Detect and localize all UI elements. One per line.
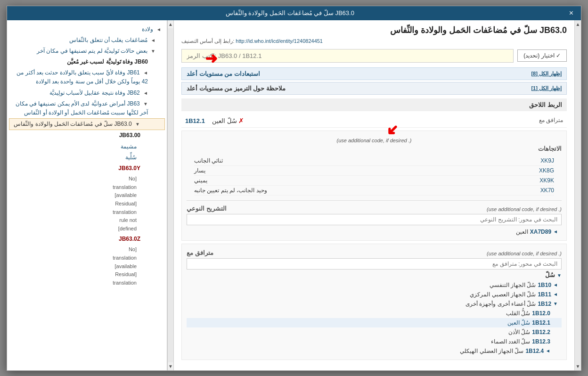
topography-search-input[interactable] [187, 214, 562, 225]
arrow-icon: ▼ [151, 49, 155, 54]
scroll-down-right[interactable]: ▼ [574, 362, 581, 370]
linked-item-right: ✗ سُلّ العين 1B12.1 [185, 117, 246, 124]
sidebar-item-jb63[interactable]: ▼ JB63 أمراض عدوانيَّة لدى الأم يمكن تصن… [9, 98, 165, 118]
sidebar-item-complications[interactable]: ◄ مُضاعَفات يغلب أن تتعلق بالنِّفاس [9, 35, 165, 46]
topography-label: التشريح النوعي [187, 205, 227, 212]
arrow-icon: ◄ [553, 282, 558, 287]
sidebar-item-jb62[interactable]: ◄ JB62 وفاة نتيجة عقابيل لأسباب تولِيديَ… [9, 88, 165, 98]
sidebar-item-jb630y-text: [Notranslationavailable][Residualtransla… [9, 174, 165, 234]
sidebar-item-label: JB63.0 سلّ في مُضاعَفات الحَمل والولادة … [14, 121, 131, 127]
scroll-up-right[interactable]: ▲ [574, 20, 581, 28]
companion2-header: (. use additional code, if desired) مترا… [187, 248, 562, 258]
tree-name: سُلُّ القلب [506, 310, 530, 317]
sidebar-item-jb630y[interactable]: JB63.0Y [9, 163, 165, 174]
companion-label: مترافق مع [539, 117, 563, 123]
tree-code: 1B12.2 [532, 329, 550, 335]
sidebar-item-jb6300[interactable]: JB63.00 [9, 130, 165, 141]
code-input[interactable] [181, 49, 514, 63]
direction-code[interactable]: XK9J [540, 157, 554, 164]
sidebar-item-birth[interactable]: ◄ ولادة [9, 24, 165, 35]
arrow-icon: ▼ [553, 301, 558, 306]
modal-header: × JB63.0 سلّ في مُضاعَفات الحَمل والولاد… [7, 6, 581, 20]
sidebar-item-label: JB63 أمراض عدوانيَّة لدى الأم يمكن تصنيف… [16, 100, 148, 116]
arrow-icon: ◄ [151, 38, 155, 43]
scroll-track-right [575, 28, 581, 362]
show-all-coding-notes[interactable]: إظهار الكل [1] [531, 85, 562, 91]
sidebar-item-label: ولادة [142, 26, 153, 33]
code-input-row: ✓ اختيار (تحديد) [181, 49, 567, 63]
direction-code[interactable]: XK70 [540, 187, 554, 194]
sidebar-item-jb61[interactable]: ◄ JB61 وفاة لأيِّ سبب يتعلق بالولادة حدث… [9, 67, 165, 87]
close-button[interactable]: × [567, 9, 575, 17]
main-content: JB63.0 سلّ في مُضاعَفات الحَمل والولادة … [174, 20, 574, 370]
sidebar-item-suliya[interactable]: سُلِّية [9, 152, 165, 163]
scroll-up-arrow[interactable]: ▲ [167, 20, 174, 28]
tree-code: 1B12.0 [532, 310, 550, 317]
main-scrollbar[interactable]: ▲ ▼ [574, 20, 581, 370]
directions-container: (. use additional code, if desired) الات… [181, 131, 567, 241]
sidebar-item-label: سُلِّية [125, 154, 137, 161]
sidebar-item-label: JB63.00 [119, 132, 140, 139]
scroll-track [168, 28, 173, 362]
tree-code: 1B11 [538, 291, 551, 298]
direction-name: ثنائي الجانب [194, 157, 223, 164]
direction-name: يميني [194, 177, 207, 184]
direction-code[interactable]: XK8G [539, 167, 554, 174]
arrow-icon: ◄ [143, 70, 148, 75]
coding-note-label: ملاحظة حول الترميز من مستويات أعلد [187, 85, 286, 92]
tree-item-1b10[interactable]: ◄ 1B10 سُلّ الجهاز التنفسي [187, 280, 562, 290]
exclusions-section-header[interactable]: إظهار الكل [8] استبعادات من مستويات أعلد [181, 67, 567, 80]
tree-item-1b12[interactable]: ▼ 1B12 سُلّ أعضاء أخرى وأجهزة أخرى [187, 299, 562, 309]
direction-item-xk9j: XK9J ثنائي الجانب [194, 156, 554, 166]
sidebar-item-label: [Notranslationavailable][Residualtransla… [113, 246, 137, 285]
tree-name: سُلّ الجهاز التنفسي [490, 282, 536, 288]
tree-code: 1B12.1 [532, 319, 550, 326]
tree-name: سُلّ الأذن [508, 329, 530, 335]
coding-note-section-header[interactable]: إظهار الكل [1] ملاحظة حول الترميز من مست… [181, 82, 567, 95]
arrow-icon: ◄ [553, 292, 558, 297]
sull-label: ▼ سُلّ [187, 271, 562, 278]
sidebar-item-label: مُضاعَفات يغلب أن تتعلق بالنِّفاس [69, 37, 147, 43]
sidebar-scrollbar[interactable]: ▲ ▼ [167, 20, 174, 370]
sidebar: ◄ ولادة ◄ مُضاعَفات يغلب أن تتعلق بالنِّ… [7, 20, 167, 370]
tree-item-1b120[interactable]: 1B12.0 سُلُّ القلب [187, 309, 562, 318]
arrow-icon: ▼ [135, 122, 140, 127]
tree-name: سلّ الغدد الصماء [491, 338, 531, 345]
sidebar-item-jb60[interactable]: JB60 وفاة تَوليديَّة لسبب غير مُعيَّن [9, 57, 165, 67]
companion2-container: (. use additional code, if desired) مترا… [181, 244, 567, 360]
direction-code[interactable]: XK9K [539, 177, 554, 184]
tree-item-1b121[interactable]: 1B12.1 سُلّ العين [187, 318, 562, 327]
sidebar-item-label: مشيمة [121, 143, 137, 150]
modal-header-title: JB63.0 سلّ في مُضاعَفات الحَمل والولادة … [13, 9, 567, 16]
topography-name: العين [516, 229, 528, 235]
tree-arrow-icon: ◄ [553, 229, 558, 234]
companion2-search-input[interactable] [187, 258, 562, 270]
tree-item-1b11[interactable]: ◄ 1B11 سُلّ الجهاز العصبي المركزي [187, 290, 562, 299]
scroll-down-arrow[interactable]: ▼ [167, 362, 174, 370]
tree-item-1b122[interactable]: 1B12.2 سُلّ الأذن [187, 327, 562, 337]
tree-name: سُلّ الجهاز العصبي المركزي [470, 291, 536, 298]
linked-item-1b121: مترافق مع ✗ سُلّ العين 1B12.1 [181, 114, 567, 128]
sidebar-item-unclassified[interactable]: ▼ بعض حالات تَوليديَّة لم يتم تصنيفها في… [9, 46, 165, 57]
tree-name: سلّ الجهاز العضلي الهيكلي [460, 348, 523, 354]
sull-arrow-icon[interactable]: ▼ [557, 273, 562, 278]
tree-code: 1B10 [538, 282, 551, 288]
tree-item-1b123[interactable]: 1B12.3 سلّ الغدد الصماء [187, 337, 562, 346]
show-all-exclusions[interactable]: إظهار الكل [8] [531, 71, 562, 77]
sidebar-item-jb630z[interactable]: JB63.0Z [9, 234, 165, 245]
tree-item-1b124[interactable]: ◄ 1B12.4 سلّ الجهاز العضلي الهيكلي [187, 346, 562, 356]
sidebar-item-jb630[interactable]: ▼ JB63.0 سلّ في مُضاعَفات الحَمل والولاد… [9, 118, 165, 130]
linked-code[interactable]: 1B12.1 [185, 117, 205, 124]
topography-item[interactable]: ◄ XA7D89 العين [187, 227, 562, 237]
sidebar-item-label: JB61 وفاة لأيِّ سبب يتعلق بالولادة حدثت … [16, 69, 148, 85]
topography-additional-label: (. use additional code, if desired) [487, 206, 562, 212]
main-title: JB63.0 سلّ في مُضاعَفات الحَمل والولادة … [181, 25, 567, 35]
sidebar-item-mashima[interactable]: مشيمة [9, 141, 165, 152]
x-mark-icon[interactable]: ✗ [238, 117, 244, 124]
tree-code: 1B12.4 [525, 348, 544, 354]
sidebar-item-code: JB63.0Z [119, 236, 140, 242]
choose-button[interactable]: ✓ اختيار (تحديد) [517, 49, 567, 62]
tree-name: سُلّ أعضاء أخرى وأجهزة أخرى [466, 301, 536, 307]
companion2-label: مترافق مع [187, 249, 213, 256]
link-url[interactable]: http://id.who.int/icd/entity/1240824451 [236, 38, 323, 44]
